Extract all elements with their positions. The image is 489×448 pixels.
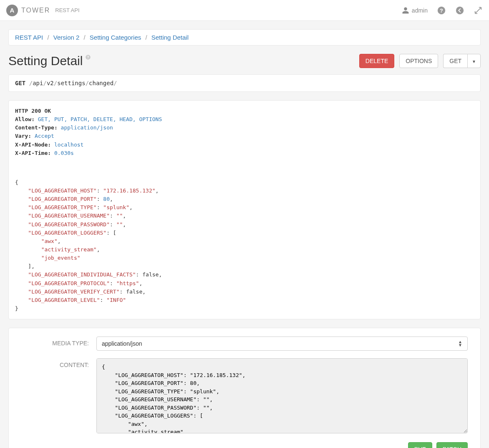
response-body: { "LOG_AGGREGATOR_HOST": "172.16.185.132… — [15, 178, 474, 313]
media-type-row: MEDIA TYPE: application/json ▲▼ — [21, 337, 468, 351]
content-label: CONTENT: — [21, 358, 96, 368]
get-dropdown-toggle[interactable]: ▼ — [467, 54, 481, 68]
caret-down-icon: ▼ — [472, 59, 476, 64]
svg-text:?: ? — [87, 55, 89, 59]
breadcrumb-link[interactable]: Setting Detail — [151, 34, 189, 41]
logo-icon: A — [6, 5, 18, 16]
request-line: GET /api/v2/settings/changed/ — [15, 80, 474, 86]
request-line-card: GET /api/v2/settings/changed/ — [8, 74, 481, 92]
header-right: admin ? — [402, 6, 483, 15]
help-icon[interactable]: ? — [85, 54, 91, 61]
form-card: MEDIA TYPE: application/json ▲▼ CONTENT:… — [8, 328, 481, 448]
brand-subtitle: REST API — [55, 7, 79, 13]
get-button[interactable]: GET — [443, 54, 467, 68]
svg-point-2 — [456, 6, 464, 14]
media-type-value: application/json — [102, 340, 142, 347]
breadcrumb-separator: / — [47, 34, 49, 41]
breadcrumb-link[interactable]: Setting Categories — [90, 34, 141, 41]
page-title-text: Setting Detail — [8, 54, 83, 68]
action-buttons: DELETE OPTIONS GET ▼ — [359, 54, 481, 68]
patch-button[interactable]: PATCH — [436, 442, 468, 448]
content-row: CONTENT: — [21, 358, 468, 435]
title-row: Setting Detail ? DELETE OPTIONS GET ▼ — [8, 54, 481, 68]
user-menu[interactable]: admin — [402, 7, 428, 14]
top-header: A TOWER REST API admin ? — [0, 0, 489, 21]
brand-block: A TOWER REST API — [6, 5, 80, 16]
delete-button[interactable]: DELETE — [359, 54, 394, 68]
user-icon — [402, 7, 409, 14]
breadcrumb-link[interactable]: Version 2 — [53, 34, 80, 41]
select-arrows-icon: ▲▼ — [458, 340, 462, 347]
put-button[interactable]: PUT — [408, 442, 432, 448]
help-icon[interactable]: ? — [437, 6, 446, 15]
content-textarea[interactable] — [96, 358, 468, 433]
breadcrumb-separator: / — [84, 34, 86, 41]
media-type-select[interactable]: application/json ▲▼ — [96, 337, 468, 351]
get-button-group: GET ▼ — [443, 54, 481, 68]
page-title: Setting Detail ? — [8, 54, 91, 68]
breadcrumb: REST API / Version 2 / Setting Categorie… — [8, 29, 481, 46]
brand-name: TOWER — [21, 7, 50, 14]
response-headers: HTTP 200 OK Allow: GET, PUT, PATCH, DELE… — [15, 107, 474, 157]
svg-text:?: ? — [440, 7, 443, 13]
username: admin — [412, 7, 428, 14]
back-icon[interactable] — [455, 6, 464, 15]
media-type-label: MEDIA TYPE: — [21, 337, 96, 347]
breadcrumb-link[interactable]: REST API — [15, 34, 43, 41]
options-button[interactable]: OPTIONS — [399, 54, 438, 68]
expand-icon[interactable] — [474, 6, 483, 15]
form-actions: PUT PATCH — [21, 442, 468, 448]
response-card: HTTP 200 OK Allow: GET, PUT, PATCH, DELE… — [8, 100, 481, 319]
breadcrumb-separator: / — [145, 34, 147, 41]
